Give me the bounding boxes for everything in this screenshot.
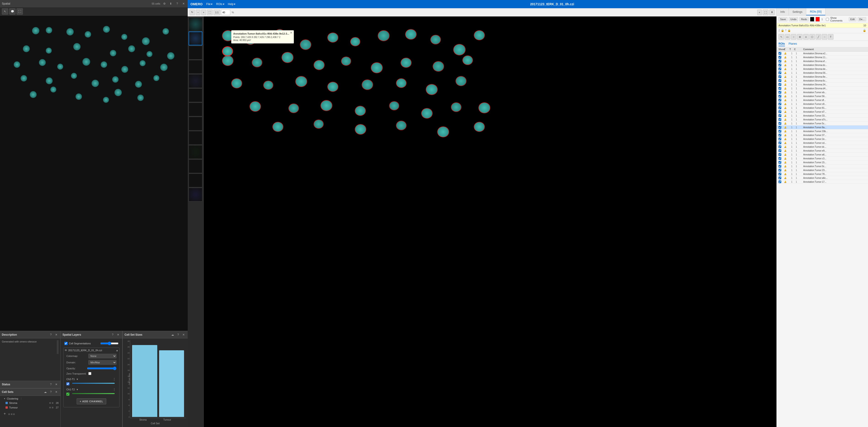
rect-tool-btn[interactable]: ▭ [785, 34, 790, 40]
roi-row[interactable]: 🔔 1 1 Annotation:Stroma:e2... [777, 52, 868, 55]
opacity-slider[interactable] [87, 367, 117, 370]
roi-row[interactable]: 🔔 1 1 Annotation:Tumor:df... [777, 98, 868, 102]
roi-checkbox[interactable] [778, 130, 781, 132]
roi-row[interactable]: 🔔 1 1 Annotation:Tumor:17... [777, 180, 868, 184]
ch1-menu-btn[interactable]: ⋮ [112, 387, 117, 392]
roi-checkbox[interactable] [778, 122, 781, 125]
pointer-tool-btn[interactable]: ↖ [778, 34, 784, 40]
roi-row[interactable]: 🔔 1 1 Annotation:Tumor:81... [777, 106, 868, 110]
roi-checkbox[interactable] [778, 71, 781, 74]
cell-seg-checkbox[interactable] [64, 342, 67, 345]
roi-row[interactable]: 🔔 1 1 Annotation:Tumor:c8... [777, 102, 868, 106]
roi-checkbox[interactable] [778, 110, 781, 113]
thumbnail-12[interactable] [189, 174, 203, 187]
rois-menu[interactable]: ROIs ▾ [216, 2, 224, 6]
delete-btn[interactable]: De... [858, 17, 866, 21]
roi-row[interactable]: 🔔 1 1 Annotation:Tumor:15... [777, 160, 868, 164]
info-tab[interactable]: Info [777, 8, 789, 16]
status-info-btn[interactable]: ? [49, 382, 53, 387]
roi-row[interactable]: 🔔 1 1 Annotation:Tumor:d7... [777, 110, 868, 114]
zoom-in-btn[interactable]: + [201, 10, 206, 15]
roi-row[interactable]: 🔔 1 1 Annotation:Tumor:d7c... [777, 118, 868, 122]
roi-checkbox[interactable] [778, 138, 781, 140]
download-btn[interactable]: ⬇ [769, 10, 775, 15]
roi-checkbox[interactable] [778, 169, 781, 172]
ch1-checkbox[interactable] [66, 393, 69, 396]
stroke-color-swatch[interactable] [810, 17, 814, 22]
roi-checkbox[interactable] [778, 149, 781, 152]
spatial-layers-close-btn[interactable]: ✕ [116, 332, 120, 337]
ch2-checkbox[interactable] [66, 383, 69, 385]
file-menu[interactable]: File ▾ [206, 2, 212, 6]
roi-checkbox[interactable] [778, 126, 781, 129]
roi-row[interactable]: 🔔 1 1 Annotation:Tumor:5c... [777, 122, 868, 125]
roi-checkbox[interactable] [778, 79, 781, 82]
roi-row[interactable]: 🔔 1 1 Annotation:Tumor:23... [777, 168, 868, 172]
roi-row[interactable]: 🔔 1 1 Annotation:Tumor:0c... [777, 164, 868, 168]
colormap-select[interactable]: None [88, 354, 117, 358]
roi-checkbox[interactable] [778, 173, 781, 175]
roi-row[interactable]: 🔔 1 1 Annotation:Tumor:e9... [777, 149, 868, 153]
roi-row[interactable]: 🔔 1 1 Annotation:Tumor:eb... [777, 90, 868, 94]
add-channel-btn[interactable]: + ADD CHANNEL [77, 398, 106, 404]
roi-checkbox[interactable] [778, 165, 781, 167]
cell-seg-opacity-slider[interactable] [100, 342, 119, 345]
spatial-layers-info-btn[interactable]: ? [110, 332, 115, 337]
description-close-btn[interactable]: ✕ [54, 332, 59, 337]
ch2-menu-btn[interactable]: ⋮ [112, 377, 117, 382]
roi-row[interactable]: 🔔 1 1 Annotation:Stroma:56... [777, 71, 868, 75]
rois-tab[interactable]: ROIs [55] [806, 8, 826, 16]
roi-checkbox[interactable] [778, 106, 781, 109]
roi-checkbox[interactable] [778, 114, 781, 117]
roi-row[interactable]: 🔔 1 1 Annotation:Tumor:2e... [777, 137, 868, 141]
point-tool-btn[interactable]: ⊕ [797, 34, 803, 40]
roi-checkbox[interactable] [778, 102, 781, 105]
roi-row[interactable]: 🔔 1 1 Annotation:Tumor:cd... [777, 141, 868, 145]
t-lock-icon[interactable]: 🔒 [787, 29, 791, 32]
add-set-btn[interactable]: + [2, 411, 7, 417]
thumbnail-5[interactable] [189, 74, 203, 88]
line-tool-btn[interactable]: ╱ [815, 34, 821, 40]
roi-row[interactable]: 🔔 1 1 Annotation:Tumor:c3... [777, 157, 868, 160]
roi-checkbox[interactable] [778, 52, 781, 55]
help-menu[interactable]: Help ▾ [228, 2, 236, 6]
roi-checkbox[interactable] [778, 64, 781, 66]
lock-right-icon[interactable]: 🔒 [863, 29, 866, 32]
roi-checkbox[interactable] [778, 157, 781, 160]
roi-row[interactable]: 🔔 1 1 Annotation:Stroma:ef... [777, 59, 868, 63]
roi-row[interactable]: 🔔 1 1 Annotation:Stroma:34... [777, 83, 868, 87]
thumbnail-4[interactable] [189, 60, 203, 74]
thumbnail-13[interactable] [189, 188, 203, 202]
thumbnail-7[interactable] [189, 102, 203, 116]
fill-color-swatch[interactable] [815, 17, 820, 22]
roi-row[interactable]: 🔔 1 1 Annotation:Stroma:8e... [777, 75, 868, 79]
domain-select[interactable]: Min/Max [88, 360, 117, 365]
roi-row[interactable]: 🔔 1 1 Annotation:Tumor:33... [777, 114, 868, 118]
ellipse-tool-btn[interactable]: ○ [791, 34, 796, 40]
zoom-input[interactable] [221, 10, 230, 15]
roi-row[interactable]: 🔔 1 1 Annotation:Tumor:56... [777, 94, 868, 98]
download-icon-btn[interactable]: ⬇ [168, 1, 173, 6]
chat-tool-btn[interactable]: 💬 [9, 8, 16, 14]
expand-btn[interactable]: ⛶ [763, 10, 768, 15]
cell-sets-info-btn[interactable]: ? [49, 390, 53, 394]
zoom-out-btn[interactable]: − [196, 10, 200, 15]
planes-subtab[interactable]: Planes [788, 42, 797, 46]
show-comments-checkbox[interactable] [826, 18, 829, 21]
cell-set-sizes-info-btn[interactable]: ? [176, 332, 180, 337]
cell-set-sizes-cloud-btn[interactable]: ☁ [170, 332, 175, 337]
ch2-slider[interactable] [72, 383, 115, 384]
description-info-btn[interactable]: ? [49, 332, 53, 337]
thumbnail-2[interactable] [189, 32, 203, 45]
roi-row[interactable]: 🔔 1 1 Annotation:Tumor:8a... [777, 125, 868, 129]
text-tool-btn[interactable]: T [828, 34, 833, 40]
settings-tab[interactable]: Settings [789, 8, 806, 16]
thumbnail-3[interactable] [189, 46, 203, 60]
fit-btn[interactable]: ⛶ [207, 10, 213, 15]
cell-set-sizes-close-btn[interactable]: ✕ [181, 332, 186, 337]
roi-checkbox[interactable] [778, 161, 781, 164]
thumbnail-8[interactable] [189, 117, 203, 130]
roi-row[interactable]: 🔔 1 1 Annotation:Tumor:33b... [777, 129, 868, 133]
arrow-tool-btn2[interactable]: → [822, 34, 827, 40]
roi-checkbox[interactable] [778, 60, 781, 62]
